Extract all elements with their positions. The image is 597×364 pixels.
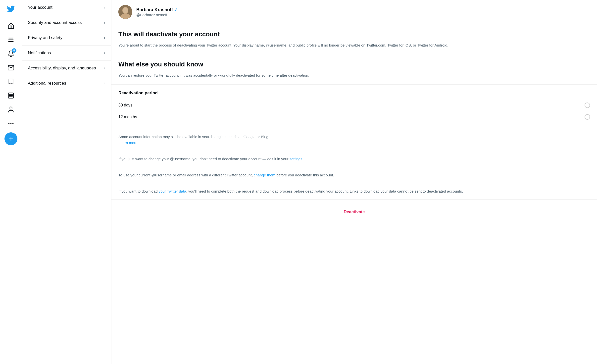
- avatar: [118, 5, 132, 19]
- settings-link[interactable]: settings: [290, 157, 302, 161]
- info-section-change-them: To use your current @username or email a…: [111, 167, 597, 183]
- deactivate-button[interactable]: Deactivate: [338, 207, 371, 217]
- profile-name: Barbara Krasnoff ✓: [136, 7, 178, 13]
- settings-item-security[interactable]: Security and account access ›: [22, 15, 111, 30]
- info-text-download-before: If you want to download: [118, 189, 159, 193]
- deactivate-intro-text: You're about to start the process of dea…: [118, 43, 590, 48]
- settings-sidebar: Your account › Security and account acce…: [22, 0, 111, 364]
- verified-badge-icon: ✓: [174, 7, 178, 13]
- deactivate-intro-section: This will deactivate your account You're…: [111, 24, 597, 54]
- radio-label-12months: 12 months: [118, 115, 137, 119]
- radio-label-30days: 30 days: [118, 103, 132, 107]
- twitter-data-link[interactable]: your Twitter data: [159, 189, 186, 193]
- info-section-download-data: If you want to download your Twitter dat…: [111, 183, 597, 200]
- learn-more-link[interactable]: Learn more: [118, 141, 138, 145]
- deactivate-title: This will deactivate your account: [118, 30, 590, 39]
- info-text-change-before: To use your current @username or email a…: [118, 173, 254, 177]
- settings-item-your-account[interactable]: Your account ›: [22, 0, 111, 15]
- notifications-badge: 5: [12, 48, 16, 53]
- profile-nav-button[interactable]: [4, 103, 17, 116]
- info-text-username-before: If you just want to change your @usernam…: [118, 157, 290, 161]
- radio-button-30days[interactable]: [585, 103, 590, 108]
- settings-item-accessibility[interactable]: Accessibility, display, and languages ›: [22, 61, 111, 76]
- left-nav: 5: [0, 0, 22, 364]
- info-text-search: Some account information may still be av…: [118, 135, 269, 139]
- settings-item-additional[interactable]: Additional resources ›: [22, 76, 111, 91]
- bookmarks-nav-button[interactable]: [4, 75, 17, 88]
- profile-info: Barbara Krasnoff ✓ @BarbaraKrasnoff: [136, 7, 178, 17]
- svg-point-8: [8, 123, 9, 124]
- more-nav-button[interactable]: [4, 117, 17, 130]
- radio-option-12months[interactable]: 12 months: [118, 111, 590, 123]
- profile-header: Barbara Krasnoff ✓ @BarbaraKrasnoff: [111, 0, 597, 24]
- svg-point-7: [10, 107, 12, 109]
- chevron-right-icon: ›: [104, 20, 105, 25]
- chevron-right-icon: ›: [104, 5, 105, 10]
- what-else-title: What else you should know: [118, 60, 590, 69]
- chevron-right-icon: ›: [104, 36, 105, 40]
- settings-item-privacy[interactable]: Privacy and safety ›: [22, 30, 111, 46]
- home-nav-button[interactable]: [4, 19, 17, 32]
- notifications-nav-button[interactable]: 5: [4, 47, 17, 60]
- info-section-search-engines: Some account information may still be av…: [111, 129, 597, 151]
- twitter-logo[interactable]: [4, 2, 18, 17]
- deactivate-section: Deactivate: [111, 200, 597, 224]
- compose-button[interactable]: [4, 132, 17, 145]
- svg-point-10: [12, 123, 13, 124]
- explore-nav-button[interactable]: [4, 33, 17, 46]
- info-text-username-after: .: [302, 157, 303, 161]
- main-content: Barbara Krasnoff ✓ @BarbaraKrasnoff This…: [111, 0, 597, 364]
- what-else-section: What else you should know You can restor…: [111, 54, 597, 84]
- svg-point-14: [123, 7, 128, 13]
- info-text-change-after: before you deactivate this account.: [275, 173, 334, 177]
- info-text-download-after: , you'll need to complete both the reque…: [186, 189, 463, 193]
- change-them-link[interactable]: change them: [254, 173, 275, 177]
- svg-point-9: [10, 123, 11, 124]
- reactivation-section: Reactivation period 30 days 12 months: [111, 85, 597, 129]
- chevron-right-icon: ›: [104, 66, 105, 70]
- profile-handle: @BarbaraKrasnoff: [136, 13, 178, 17]
- reactivation-title: Reactivation period: [118, 91, 590, 96]
- chevron-right-icon: ›: [104, 51, 105, 55]
- radio-option-30days[interactable]: 30 days: [118, 100, 590, 111]
- chevron-right-icon: ›: [104, 81, 105, 86]
- settings-item-notifications[interactable]: Notifications ›: [22, 46, 111, 61]
- messages-nav-button[interactable]: [4, 61, 17, 74]
- radio-button-12months[interactable]: [585, 114, 590, 120]
- lists-nav-button[interactable]: [4, 89, 17, 102]
- info-section-username: If you just want to change your @usernam…: [111, 151, 597, 167]
- restore-text: You can restore your Twitter account if …: [118, 73, 590, 78]
